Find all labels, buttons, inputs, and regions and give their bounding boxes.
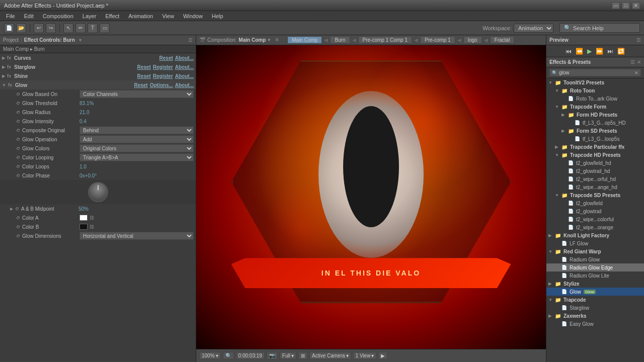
tree-item-9[interactable]: ▼📁Trapcode HD Presets [546,151,644,159]
glow-twirl-icon[interactable]: ▼ [2,83,6,87]
starglow-effect-row[interactable]: ▶ fx Starglow Reset Register About... [0,62,196,71]
tree-item-4[interactable]: ▶📁Form HD Presets [546,111,644,119]
ep-menu-icon[interactable]: ☰ [630,59,635,65]
tree-item-21[interactable]: ▼📁Red Giant Warp [546,247,644,255]
glow-colors-stopwatch[interactable]: ⏱ [16,146,20,151]
prev-step-back-button[interactable]: ⏪ [574,48,585,55]
dropdown-arrow-icon[interactable]: ▾ [79,37,82,43]
ab-midpoint-stopwatch[interactable]: ⏱ [15,207,19,211]
tree-item-11[interactable]: 📄t2_glowtrail_hd [546,167,644,175]
new-project-button[interactable]: 📄 [4,23,14,33]
prev-loop-button[interactable]: 🔁 [616,48,626,55]
glow-threshold-value[interactable]: 83.1% [79,101,194,106]
ep-close-icon[interactable]: ✕ [637,59,641,65]
text-tool[interactable]: T [88,23,98,33]
comp-view-control[interactable]: 1 View ▾ [353,352,377,359]
tree-item-27[interactable]: ▼📁Trapcode [546,296,644,304]
glow-about-link[interactable]: About... [175,82,194,88]
glow-intensity-stopwatch[interactable]: ⏱ [16,119,20,124]
ab-midpoint-twirl[interactable]: ▶ [10,207,13,211]
workspace-select[interactable]: Animation [514,24,553,33]
comp-close-icon[interactable]: ✕ [275,37,279,43]
color-loops-stopwatch[interactable]: ⏱ [16,164,20,169]
tree-item-12[interactable]: 📄t2_wipe...orful_hd [546,175,644,183]
ab-midpoint-value[interactable]: 50% [78,206,194,212]
comp-grid-button[interactable]: ⊞ [298,352,307,359]
shine-effect-row[interactable]: ▶ fx Shine Reset Register About... [0,71,196,80]
glow-effect-row[interactable]: ▼ fx Glow Reset Options... About... [0,80,196,89]
shine-about-link[interactable]: About... [175,73,194,79]
preview-menu-icon[interactable]: ☰ [636,37,641,43]
tree-item-17[interactable]: 📄t2_wipe...colorful [546,215,644,223]
prev-begin-button[interactable]: ⏮ [564,48,573,55]
comp-tab-burn[interactable]: Burn [330,36,350,44]
starglow-twirl-icon[interactable]: ▶ [2,65,5,69]
glow-dimensions-dropdown[interactable]: Horizontal and Vertical [79,232,194,240]
prev-end-button[interactable]: ⏭ [606,48,615,55]
composite-original-dropdown[interactable]: Behind [79,126,194,134]
tree-item-6[interactable]: ▶📁Form SD Presets [546,127,644,135]
tree-item-8[interactable]: ▶📁Trapcode Particular ffx [546,143,644,151]
tree-item-3[interactable]: ▼📁Trapcode Form [546,103,644,111]
comp-zoom-control[interactable]: 100% ▾ [199,352,221,359]
tree-item-26[interactable]: 📄GlowGlow [546,288,644,296]
minimize-button[interactable]: — [612,2,620,9]
color-b-swatch[interactable] [79,224,88,230]
tree-item-28[interactable]: 📄Starglow [546,304,644,312]
panel-menu-icon[interactable]: ☰ [188,37,193,43]
comp-dropdown-icon[interactable]: ▾ [268,37,271,43]
color-phase-dial[interactable] [88,182,108,202]
tree-item-19[interactable]: ▶📁Knoll Light Factory [546,231,644,239]
tree-item-15[interactable]: 📄t2_glowfield [546,199,644,207]
search-clear-icon[interactable]: ✕ [634,70,638,75]
glow-operation-dropdown[interactable]: Add [79,135,194,143]
glow-colors-dropdown[interactable]: Original Colors [79,144,194,152]
glow-threshold-stopwatch[interactable]: ⏱ [16,101,20,106]
color-a-stopwatch[interactable]: ⏱ [16,216,20,220]
tree-item-2[interactable]: 📄Roto To...ark Glow [546,95,644,103]
maximize-button[interactable]: □ [622,2,630,9]
color-looping-dropdown[interactable]: Triangle A>B>A [79,153,194,161]
menu-item-edit[interactable]: Edit [20,12,38,20]
shape-tool[interactable]: ▭ [100,23,110,33]
tree-item-0[interactable]: ▼📁ToonItV2 Presets [546,78,644,86]
curves-about-link[interactable]: About... [175,55,194,61]
tree-item-22[interactable]: 📄Radium Glow [546,255,644,263]
comp-camera-button[interactable]: 📷 [267,352,278,359]
tree-item-1[interactable]: ▼📁Roto Toon [546,86,644,95]
menu-item-effect[interactable]: Effect [101,12,123,20]
tree-item-20[interactable]: 📄LF Glow [546,239,644,247]
glow-reset-link[interactable]: Reset [134,82,147,88]
color-a-swatch[interactable] [79,215,88,221]
color-phase-value[interactable]: 0x+0.0° [79,173,194,178]
comp-tab-precomp1comp1[interactable]: Pre-comp 1 Comp 1 [358,36,412,44]
prev-play-button[interactable]: ▶ [586,48,593,55]
close-button[interactable]: ✕ [632,2,640,9]
color-looping-stopwatch[interactable]: ⏱ [16,155,20,160]
comp-tab-logo[interactable]: logo [463,36,482,44]
menu-item-view[interactable]: View [158,12,178,20]
comp-active-camera-control[interactable]: Active Camera ▾ [309,352,351,359]
menu-item-layer[interactable]: Layer [78,12,101,20]
pen-tool[interactable]: ✏ [75,23,86,33]
effects-search-input[interactable] [557,70,634,75]
menu-item-window[interactable]: Window [179,12,207,20]
curves-twirl-icon[interactable]: ▶ [2,56,5,60]
menu-item-animation[interactable]: Animation [124,12,157,20]
glow-based-on-dropdown[interactable]: Color Channels [79,90,194,98]
redo-button[interactable]: ↪ [46,23,56,33]
color-loops-value[interactable]: 1.0 [79,164,194,169]
starglow-register-link[interactable]: Register [153,64,173,70]
comp-tab-maincomp[interactable]: Main Comp [287,36,322,44]
selection-tool[interactable]: ↖ [63,23,73,33]
search-help-box[interactable]: 🔍 Search Help [559,23,640,33]
tree-item-30[interactable]: 📄Easy Glow [546,320,644,328]
comp-tab-fractal[interactable]: Fractal [490,36,515,44]
undo-button[interactable]: ↩ [34,23,44,33]
color-phase-stopwatch[interactable]: ⏱ [16,173,20,178]
comp-render-button[interactable]: ▶ [378,352,387,359]
shine-twirl-icon[interactable]: ▶ [2,74,5,78]
shine-reset-link[interactable]: Reset [137,73,151,79]
curves-reset-link[interactable]: Reset [159,55,173,61]
color-b-stopwatch[interactable]: ⏱ [16,225,20,229]
